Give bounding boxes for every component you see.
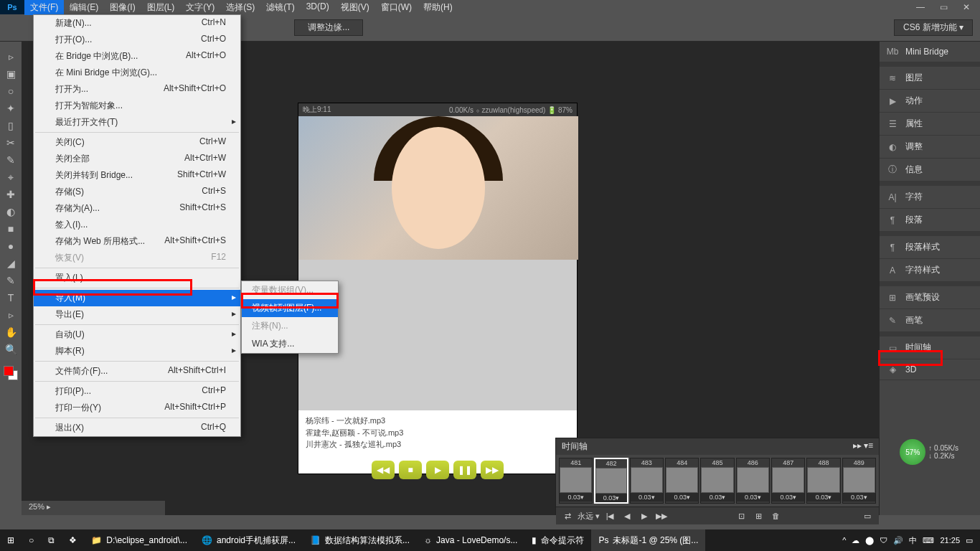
panel-段落样式[interactable]: ¶段落样式 (880, 236, 980, 259)
menu-文件(F)[interactable]: 文件(F) (24, 0, 64, 15)
panel-画笔预设[interactable]: ⊞画笔预设 (880, 286, 980, 309)
file-menu-item[interactable]: 打印(P)...Ctrl+P (34, 383, 240, 400)
cs6-new-button[interactable]: CS6 新增功能 ▾ (894, 19, 973, 36)
tool-button[interactable]: 🔍 (2, 342, 19, 357)
taskbar-item[interactable]: ⊞ (0, 529, 22, 551)
menu-窗口(W)[interactable]: 窗口(W) (375, 0, 418, 15)
file-menu-item[interactable]: 置入(L)... (34, 270, 240, 286)
zoom-level[interactable]: 25% (29, 502, 44, 511)
frame-item[interactable]: 4870.03▾ (771, 458, 805, 504)
stop-button[interactable]: ■ (399, 461, 422, 479)
play-button[interactable]: ▶ (426, 461, 449, 479)
file-menu-item[interactable]: 关闭全部Alt+Ctrl+W (34, 151, 240, 167)
file-menu-item[interactable]: 关闭并转到 Bridge...Shift+Ctrl+W (34, 167, 240, 184)
refine-edge-button[interactable]: 调整边缘... (294, 19, 363, 36)
convert-icon[interactable]: ⇄ (560, 510, 575, 522)
frame-item[interactable]: 4890.03▾ (842, 458, 876, 504)
prev-frame-button[interactable]: ◀ (620, 510, 634, 522)
pause-button[interactable]: ❚❚ (453, 461, 476, 479)
minimize-button[interactable]: — (910, 0, 931, 14)
file-menu-item[interactable]: 自动(U)▸ (34, 326, 240, 343)
file-menu-item[interactable]: 打开为...Alt+Shift+Ctrl+O (34, 81, 240, 98)
play-frames-button[interactable]: ▶ (637, 510, 651, 522)
timeline-title[interactable]: 时间轴 (562, 441, 588, 453)
tool-button[interactable]: ▹ (2, 49, 19, 65)
file-menu-item[interactable]: 脚本(R)▸ (34, 343, 240, 359)
frame-item[interactable]: 4810.03▾ (559, 458, 593, 504)
frame-item[interactable]: 4820.03▾ (594, 458, 628, 504)
file-menu-item[interactable]: 打开(O)...Ctrl+O (34, 32, 240, 48)
file-menu-item[interactable]: 在 Bridge 中浏览(B)...Alt+Ctrl+O (34, 48, 240, 65)
panel-信息[interactable]: ⓘ信息 (880, 159, 980, 182)
file-menu-item[interactable]: 文件简介(F)...Alt+Shift+Ctrl+I (34, 363, 240, 380)
duplicate-frame-button[interactable]: ⊞ (751, 510, 765, 522)
document-window[interactable]: 晚上9:11 0.00K/s ⬨ zzuwlan(highspeed) 🔋 87… (298, 103, 578, 474)
tool-button[interactable]: ✋ (2, 324, 19, 340)
tool-button[interactable]: ✚ (2, 187, 19, 202)
file-menu-item[interactable]: 新建(N)...Ctrl+N (34, 15, 240, 32)
tool-button[interactable]: ▣ (2, 66, 19, 82)
panel-动作[interactable]: ▶动作 (880, 90, 980, 113)
taskbar-item[interactable]: Ps未标题-1 @ 25% (图... (591, 529, 705, 551)
taskbar-item[interactable]: ⧉ (41, 529, 62, 551)
file-menu-item[interactable]: 最近打开文件(T)▸ (34, 114, 240, 131)
file-menu-item[interactable]: 打开为智能对象... (34, 98, 240, 114)
panel-Mini Bridge[interactable]: MbMini Bridge (880, 42, 980, 62)
panel-调整[interactable]: ◐调整 (880, 136, 980, 159)
file-menu-item[interactable]: 打印一份(Y)Alt+Shift+Ctrl+P (34, 400, 240, 416)
file-menu-item[interactable]: 存储为(A)...Shift+Ctrl+S (34, 200, 240, 217)
menu-滤镜(T)[interactable]: 滤镜(T) (260, 0, 300, 15)
taskbar-item[interactable]: ☼Java - LoveDemo/s... (417, 529, 524, 551)
frame-item[interactable]: 4880.03▾ (806, 458, 840, 504)
frame-item[interactable]: 4860.03▾ (736, 458, 770, 504)
panel-时间轴[interactable]: ▭时间轴 (880, 336, 980, 359)
tool-button[interactable]: ■ (2, 221, 19, 237)
tool-button[interactable]: ◢ (2, 255, 19, 271)
panel-3D[interactable]: ◈3D (880, 359, 980, 380)
loop-dropdown[interactable]: 永远 ▾ (578, 511, 600, 522)
submenu-item[interactable]: WIA 支持... (242, 335, 338, 353)
frame-item[interactable]: 4830.03▾ (630, 458, 664, 504)
file-menu-item[interactable]: 导出(E)▸ (34, 306, 240, 323)
tool-button[interactable]: ● (2, 238, 19, 254)
file-menu-item[interactable]: 退出(X)Ctrl+Q (34, 420, 240, 436)
taskbar-item[interactable]: ❖ (62, 529, 84, 551)
timeline-collapse-icon[interactable]: ▸▸ ▾≡ (853, 441, 873, 453)
panel-画笔[interactable]: ✎画笔 (880, 309, 980, 332)
tool-button[interactable]: ⌖ (2, 169, 19, 185)
taskbar-item[interactable]: 📁D:\eclipse_android\... (84, 529, 194, 551)
tool-button[interactable]: ✎ (2, 152, 19, 168)
first-frame-button[interactable]: |◀ (603, 510, 617, 522)
menu-视图(V)[interactable]: 视图(V) (335, 0, 375, 15)
restore-button[interactable]: ▭ (933, 0, 954, 14)
prev-button[interactable]: ◀◀ (372, 461, 395, 479)
tool-button[interactable]: ▯ (2, 118, 19, 133)
tool-button[interactable]: T (2, 290, 19, 306)
panel-图层[interactable]: ≋图层 (880, 67, 980, 90)
tool-button[interactable]: ○ (2, 83, 19, 99)
menu-图像(I)[interactable]: 图像(I) (104, 0, 141, 15)
file-menu-item[interactable]: 存储为 Web 所用格式...Alt+Shift+Ctrl+S (34, 233, 240, 250)
frame-item[interactable]: 4840.03▾ (665, 458, 699, 504)
file-menu-item[interactable]: 存储(S)Ctrl+S (34, 184, 240, 200)
taskbar-item[interactable]: ▮命令提示符 (524, 529, 591, 551)
color-swatches[interactable] (4, 366, 18, 380)
menu-图层(L)[interactable]: 图层(L) (141, 0, 181, 15)
system-tray[interactable]: ^☁⬤🛡🔊中⌨21:25▭ (842, 535, 980, 546)
tool-button[interactable]: ✎ (2, 273, 19, 288)
taskbar-item[interactable]: 🌐android手机捕获屏... (194, 529, 303, 551)
submenu-item[interactable]: 视频帧到图层(F)... (242, 299, 338, 317)
taskbar-item[interactable]: 📘数据结构算法模拟系... (303, 529, 417, 551)
delete-frame-button[interactable]: 🗑 (768, 510, 783, 522)
close-button[interactable]: ✕ (956, 0, 977, 14)
file-menu-item[interactable]: 关闭(C)Ctrl+W (34, 134, 240, 151)
menu-选择(S)[interactable]: 选择(S) (220, 0, 260, 15)
file-menu-item[interactable]: 在 Mini Bridge 中浏览(G)... (34, 65, 240, 81)
file-menu-item[interactable]: 签入(I)... (34, 217, 240, 233)
menu-帮助(H)[interactable]: 帮助(H) (418, 0, 458, 15)
taskbar-item[interactable]: ○ (22, 529, 41, 551)
panel-属性[interactable]: ☰属性 (880, 113, 980, 136)
next-button[interactable]: ▶▶ (481, 461, 504, 479)
menu-编辑(E)[interactable]: 编辑(E) (64, 0, 104, 15)
tween-button[interactable]: ⊡ (734, 510, 748, 522)
